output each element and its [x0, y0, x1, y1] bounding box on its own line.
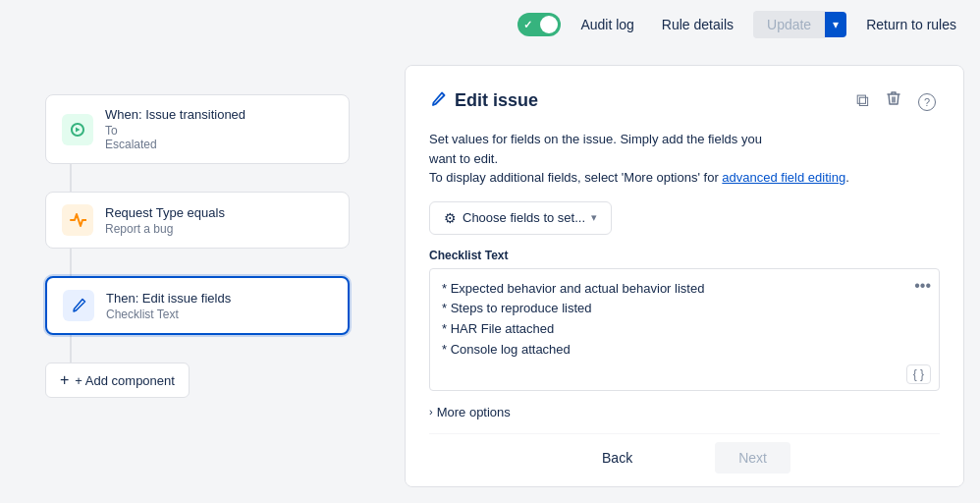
return-to-rules-link[interactable]: Return to rules [858, 13, 964, 36]
panel-header: Edit issue ⧉ ? [429, 85, 940, 116]
gear-icon: ⚙ [444, 210, 457, 226]
add-component-label: + Add component [75, 373, 175, 388]
panel-description: Set values for fields on the issue. Simp… [429, 130, 940, 188]
toggle-switch[interactable]: ✓ [517, 13, 561, 36]
advanced-field-link[interactable]: advanced field editing [722, 170, 845, 185]
toggle-knob [540, 16, 558, 33]
field-textarea-wrapper[interactable]: * Expected behavior and actual behavior … [429, 268, 940, 391]
update-button[interactable]: Update [753, 11, 825, 38]
connector-2 [70, 249, 72, 276]
more-options-section[interactable]: › More options [429, 405, 940, 419]
field-textarea-actions: ••• [914, 277, 931, 295]
action-node-subtitle: Checklist Text [106, 307, 332, 321]
trigger-node-subtitle: To Escalated [105, 124, 333, 151]
rule-details-link[interactable]: Rule details [654, 13, 741, 36]
action-node-icon [63, 290, 94, 321]
trigger-node-title: When: Issue transitioned [105, 107, 333, 122]
plus-icon: + [60, 371, 69, 389]
choose-fields-button[interactable]: ⚙ Choose fields to set... ▾ [429, 201, 612, 235]
back-button[interactable]: Back [578, 442, 656, 474]
chevron-down-icon: ▾ [591, 211, 597, 224]
top-bar: ✓ Audit log Rule details Update ▾ Return… [0, 0, 980, 49]
choose-fields-label: Choose fields to set... [463, 210, 585, 225]
add-component-button[interactable]: + + Add component [45, 363, 190, 398]
copy-button[interactable]: ⧉ [852, 86, 873, 115]
trigger-node-text: When: Issue transitioned To Escalated [105, 107, 333, 151]
chevron-down-icon: ▾ [833, 18, 839, 31]
three-dots-menu[interactable]: ••• [914, 277, 931, 294]
main-content: When: Issue transitioned To Escalated Re… [0, 49, 980, 503]
panel-title: Edit issue [455, 90, 538, 111]
trash-icon [885, 91, 902, 111]
condition-node-subtitle: Report a bug [105, 222, 333, 236]
toggle-check-icon: ✓ [523, 19, 532, 31]
update-dropdown-button[interactable]: ▾ [825, 12, 846, 37]
chevron-right-icon: › [429, 406, 433, 418]
connector-3 [70, 335, 72, 363]
edit-panel: Edit issue ⧉ ? Set v [405, 65, 964, 487]
panel-footer: Back Next [429, 433, 940, 474]
action-node-title: Then: Edit issue fields [106, 291, 332, 306]
connector-1 [70, 164, 72, 192]
trigger-node-icon [62, 114, 93, 145]
help-icon: ? [918, 93, 936, 111]
next-button[interactable]: Next [715, 442, 790, 474]
panel-title-group: Edit issue [429, 90, 538, 112]
flow-panel: When: Issue transitioned To Escalated Re… [16, 65, 389, 487]
condition-node[interactable]: Request Type equals Report a bug [45, 192, 350, 249]
condition-node-title: Request Type equals [105, 205, 333, 220]
pencil-icon [429, 90, 447, 112]
field-textarea-content[interactable]: * Expected behavior and actual behavior … [442, 279, 927, 361]
panel-actions: ⧉ ? [852, 85, 940, 116]
action-node-text: Then: Edit issue fields Checklist Text [106, 291, 332, 321]
condition-node-text: Request Type equals Report a bug [105, 205, 333, 236]
braces-button[interactable]: { } [906, 364, 931, 384]
update-button-group: Update ▾ [753, 11, 846, 38]
action-node[interactable]: Then: Edit issue fields Checklist Text [45, 276, 350, 335]
condition-node-icon [62, 204, 93, 236]
field-label: Checklist Text [429, 249, 940, 262]
audit-log-link[interactable]: Audit log [572, 13, 641, 36]
more-options-label: More options [437, 405, 511, 419]
trigger-node[interactable]: When: Issue transitioned To Escalated [45, 94, 350, 164]
checklist-text-field: Checklist Text * Expected behavior and a… [429, 249, 940, 391]
delete-button[interactable] [881, 85, 906, 116]
help-button[interactable]: ? [914, 86, 940, 115]
copy-icon: ⧉ [856, 90, 869, 110]
